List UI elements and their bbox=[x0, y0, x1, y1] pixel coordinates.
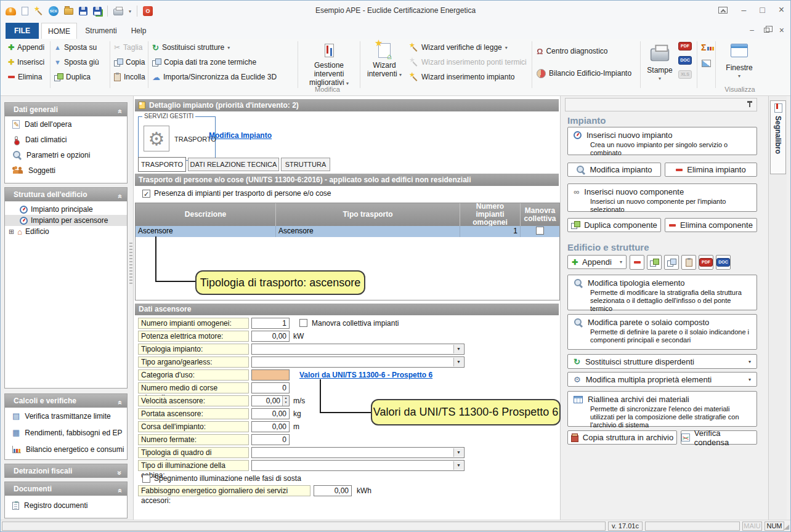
modifica-impianto-link[interactable]: Modifica Impianto bbox=[209, 131, 272, 140]
inserisci-nuovo-componente-button[interactable]: ∞ Inserisci nuovo componente Inserisci u… bbox=[567, 183, 757, 212]
elimina-button[interactable]: Elimina bbox=[8, 71, 42, 83]
manovra-row-checkbox[interactable] bbox=[536, 227, 544, 235]
panel-header-documenti[interactable]: Documenti » bbox=[5, 482, 127, 496]
velocita-input[interactable]: 0,00 ▲▼ bbox=[251, 395, 290, 406]
duplica-componente-button[interactable]: Duplica componente bbox=[567, 218, 661, 232]
stampe-button[interactable]: Stampe ▾ bbox=[644, 40, 676, 91]
appendi-button[interactable]: ✚Appendi bbox=[8, 41, 44, 54]
modifica-multipla-button[interactable]: ⚙ Modifica multipla proprietà elementi ▾ bbox=[567, 372, 757, 387]
tab-segnalibro[interactable]: Segnalibro bbox=[770, 100, 786, 174]
potenza-input[interactable]: 0,00 bbox=[251, 331, 290, 342]
sposta-su-button[interactable]: ▲Sposta su bbox=[54, 41, 97, 54]
riallinea-archivi-button[interactable]: Riallinea archivi dei materiali Permette… bbox=[567, 391, 757, 427]
combo-arrow-icon[interactable]: ▼ bbox=[453, 345, 463, 353]
spegnimento-checkbox-row[interactable]: Spegnimento illuminazione nelle fasi di … bbox=[142, 474, 301, 483]
tipo-argano-select[interactable]: ▼ bbox=[251, 357, 464, 368]
tree-item-impianto-ascensore[interactable]: Impianto per ascensore bbox=[5, 215, 127, 226]
finestre-button[interactable]: Finestre ▾ bbox=[719, 40, 760, 91]
pdf-icon[interactable]: PDF bbox=[678, 42, 692, 50]
elimina-elemento-button[interactable] bbox=[630, 255, 644, 270]
checkbox-checked[interactable]: ✓ bbox=[142, 190, 150, 198]
importa-button[interactable]: ☁Importa/Sincronizza da Euclide 3D bbox=[152, 71, 277, 83]
modifica-tipologia-button[interactable]: Modifica tipologia elemento Permette di … bbox=[567, 275, 757, 310]
valori-uni-ts-link[interactable]: Valori da UNI/TS 11300-6 - Prospetto 6 bbox=[299, 371, 432, 379]
sidebar-item-registro-documenti[interactable]: Registro documenti bbox=[5, 496, 127, 515]
tipologia-impianto-select[interactable]: ▼ bbox=[251, 344, 464, 355]
servizio-trasporto-button[interactable]: ⚙ bbox=[144, 126, 169, 151]
tab-dati-relazione[interactable]: DATI RELAZIONE TECNICA bbox=[188, 158, 279, 171]
fabbisogno-input[interactable]: 0,00 bbox=[314, 485, 352, 496]
combo-arrow-icon[interactable]: ▼ bbox=[453, 448, 463, 457]
illuminazione-cabina-select[interactable]: ▼ bbox=[251, 460, 464, 471]
corse-input[interactable]: 0 bbox=[251, 382, 290, 393]
tab-home[interactable]: HOME bbox=[41, 23, 77, 39]
gestione-interventi-button[interactable]: Gestione interventimigliorativi ▾ bbox=[301, 40, 357, 91]
panel-header-calcoli[interactable]: Calcoli e verifiche » bbox=[5, 394, 127, 408]
collapse-chevron-icon[interactable]: » bbox=[113, 401, 127, 405]
tab-help[interactable]: Help bbox=[125, 23, 152, 39]
sidebar-item-rendimenti[interactable]: ▦ Rendimenti, fabbisogni ed EP bbox=[5, 424, 127, 441]
quadro-comando-select[interactable]: ▼ bbox=[251, 447, 464, 458]
pin-icon[interactable] bbox=[747, 101, 753, 108]
verifica-condensa-button[interactable]: Verifica condensa bbox=[681, 430, 757, 445]
modifica-impianto-button[interactable]: Modifica impianto bbox=[567, 163, 661, 177]
doc-export-button[interactable]: DOC bbox=[716, 255, 731, 270]
tab-file[interactable]: FILE bbox=[6, 23, 39, 39]
wizard-verifiche-button[interactable]: Wizard verifiche di legge ▾ bbox=[409, 41, 508, 54]
appendi-dropdown-button[interactable]: ✚ Appendi ▾ bbox=[567, 255, 627, 269]
tab-struttura[interactable]: STRUTTURA bbox=[281, 158, 330, 171]
sidebar-item-parametri[interactable]: Parametri e opzioni bbox=[5, 147, 127, 163]
centro-diagnostico-button[interactable]: Ʊ Centro diagnostico bbox=[537, 45, 608, 57]
mdi-restore-button[interactable] bbox=[764, 28, 769, 33]
sidebar-item-dati-climatici[interactable]: Dati climatici bbox=[5, 132, 127, 147]
copia-struttura-button[interactable]: Copia struttura in archivio bbox=[567, 430, 677, 445]
tree-expand-icon[interactable]: ⊞ bbox=[9, 228, 14, 236]
checkbox-unchecked[interactable] bbox=[142, 475, 150, 483]
modifica-parete-button[interactable]: Modifica parete o solaio composto Permet… bbox=[567, 314, 757, 350]
doc-icon[interactable]: DOC bbox=[678, 56, 692, 65]
sposta-giu-button[interactable]: ▼Sposta giù bbox=[54, 56, 99, 68]
table-row[interactable]: Ascensore Ascensore 1 bbox=[136, 226, 559, 237]
incolla-button[interactable]: Incolla bbox=[114, 71, 145, 83]
resize-grip[interactable]: ◢ bbox=[784, 523, 789, 531]
sidebar-item-soggetti[interactable]: Soggetti bbox=[5, 163, 127, 178]
collapse-chevron-icon[interactable]: » bbox=[113, 195, 127, 199]
mdi-close-button[interactable]: × bbox=[779, 26, 784, 34]
sidebar-item-bilancio-energetico[interactable]: Bilancio energetico e consumi bbox=[5, 441, 127, 457]
elimina-impianto-button[interactable]: Elimina impianto bbox=[665, 163, 757, 177]
incolla-elemento-button[interactable] bbox=[681, 255, 696, 270]
duplica-elemento-button[interactable] bbox=[647, 255, 662, 270]
panel-header-detrazioni[interactable]: Detrazioni fiscali » bbox=[5, 464, 127, 478]
numero-impianti-input[interactable]: 1 bbox=[251, 318, 290, 329]
spinner-control[interactable]: ▲▼ bbox=[282, 396, 289, 406]
area-chart-icon[interactable] bbox=[702, 60, 711, 67]
manovra-collettiva-checkbox[interactable] bbox=[299, 319, 307, 327]
tree-item-edificio[interactable]: ⊞ ⌂ Edificio bbox=[5, 226, 127, 237]
mdi-minimize-button[interactable]: – bbox=[750, 26, 754, 34]
collapse-chevron-icon[interactable]: » bbox=[113, 110, 127, 114]
inserisci-button[interactable]: ✚Inserisci bbox=[8, 56, 44, 68]
presenza-checkbox-row[interactable]: ✓ Presenza di impianti per trasporto di … bbox=[142, 189, 331, 198]
col-header-manovra[interactable]: Manovra collettiva bbox=[521, 203, 559, 226]
col-header-numero-impianti[interactable]: Numero impianti omogenei bbox=[460, 203, 521, 226]
expand-chevron-icon[interactable]: » bbox=[113, 471, 127, 475]
maximize-button[interactable]: □ bbox=[760, 6, 765, 14]
wizard-interventi-button[interactable]: Wizardinterventi ▾ bbox=[363, 40, 405, 91]
sigma-chart-icon[interactable]: Σ bbox=[701, 42, 712, 52]
sidebar-item-dati-opera[interactable]: Dati dell'opera bbox=[5, 116, 127, 132]
sidebar-splitter[interactable] bbox=[129, 241, 132, 285]
fermate-input[interactable]: 0 bbox=[251, 434, 290, 445]
panel-header-dati-generali[interactable]: Dati generali » bbox=[5, 103, 127, 116]
pdf-export-button[interactable]: PDF bbox=[699, 255, 713, 270]
tab-strumenti[interactable]: Strumenti bbox=[81, 23, 121, 39]
copia-dati-button[interactable]: Copia dati tra zone termiche bbox=[152, 56, 256, 68]
combo-arrow-icon[interactable]: ▼ bbox=[453, 358, 463, 366]
inserisci-nuovo-impianto-button[interactable]: Inserisci nuovo impianto Crea un nuovo i… bbox=[567, 127, 757, 155]
elimina-componente-button[interactable]: Elimina componente bbox=[665, 218, 757, 232]
copia-elemento-button[interactable] bbox=[664, 255, 679, 270]
collapse-chevron-icon[interactable]: » bbox=[113, 489, 127, 493]
copia-button[interactable]: Copia bbox=[114, 56, 145, 68]
portata-input[interactable]: 0,00 bbox=[251, 408, 290, 419]
close-button[interactable]: × bbox=[779, 6, 784, 14]
panel-header-struttura[interactable]: Struttura dell'edificio » bbox=[5, 188, 127, 201]
